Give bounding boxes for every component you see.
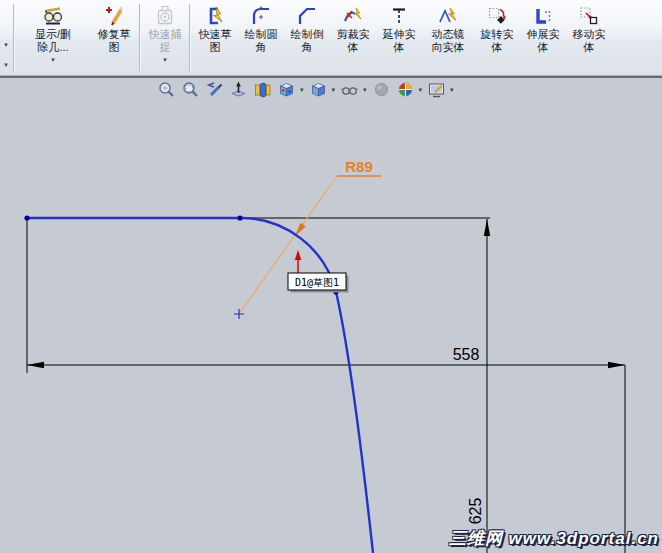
dimension-tooltip-text: D1@草图1 [295,277,339,288]
dynamic-mirror-button[interactable]: 动态镜 向实体 [422,0,474,75]
button-label-line: 绘制圆 [245,28,278,41]
button-label-line: 快速捕 [149,28,182,41]
repair-sketch-icon [103,4,125,28]
shadow-sphere-icon [372,80,391,99]
quick-snaps-button[interactable]: 快速捕 捉 ▾ [142,0,188,75]
rapid-sketch-button[interactable]: 快速草 图 [192,0,238,75]
sketch-chamfer-button[interactable]: 绘制倒 角 [284,0,330,75]
edit-appearance-button[interactable] [395,79,416,100]
sketch-endpoint[interactable] [237,215,242,220]
button-label-line: 延伸实 [383,28,416,41]
button-label-line: 体 [538,41,549,54]
dimension-radius-value[interactable]: R89 [345,158,373,175]
arrowhead-right-icon [608,362,625,368]
display-style-icon [309,80,328,99]
button-label-line: 体 [584,41,595,54]
button-label-line: 体 [394,41,405,54]
move-entities-button[interactable]: 移动实 体 [566,0,612,75]
button-label-line: 向实体 [432,41,465,54]
chevron-down-icon[interactable]: ▾ [51,55,55,64]
display-delete-relations-button[interactable]: 显示/删 除几... ▾ [16,0,90,75]
button-label-line: 图 [109,41,120,54]
sketch-fillet-button[interactable]: 绘制圆 角 [238,0,284,75]
apply-scene-icon [427,80,446,99]
rotate-entities-button[interactable]: 旋转实 体 [474,0,520,75]
extend-entities-button[interactable]: 延伸实 体 [376,0,422,75]
watermark-text: 三维网 www.3dportal.cn [449,527,659,550]
button-label-line: 旋转实 [481,28,514,41]
chevron-down-icon[interactable]: ▾ [300,86,304,94]
toolbar-overflow-button[interactable]: ▾ ▾ [0,0,12,75]
sketch-canvas: 558 625 R89 D1@草图1 [0,78,662,553]
zoom-to-fit-button[interactable] [156,79,177,100]
graphics-area[interactable]: 558 625 R89 D1@草图1 三维网 www.3dportal.cn [0,78,662,553]
chevron-down-icon[interactable]: ▾ [450,86,454,94]
chevron-down-icon[interactable]: ▾ [163,55,167,64]
selection-arrowhead-icon [295,250,301,260]
toolbar-separator [139,4,141,71]
view-orientation-icon [277,80,296,99]
button-label-line: 体 [348,41,359,54]
toolbar-separator [189,4,191,71]
view-orientation-button[interactable] [276,79,297,100]
sketch-profile-curve[interactable] [27,218,373,553]
toolbar-separator [13,4,15,71]
appearance-sphere-icon [396,80,415,99]
chevron-down-icon: ▾ [4,61,8,69]
zoom-to-fit-icon [157,80,176,99]
dimension-height-value[interactable]: 625 [467,498,484,525]
sketch-chamfer-icon [296,4,318,28]
rapid-sketch-icon [204,4,226,28]
section-view-button[interactable] [252,79,273,100]
button-label-line: 修复草 [98,28,131,41]
display-delete-relations-icon [42,4,64,28]
button-label-line: 捉 [160,41,171,54]
dynamic-mirror-icon [437,4,459,28]
eyeglasses-icon [340,80,359,99]
apply-scene-button[interactable] [426,79,447,100]
hide-show-items-button[interactable] [339,79,360,100]
arrowhead-up-icon [484,219,490,236]
display-style-button[interactable] [308,79,329,100]
button-label-line: 伸展实 [527,28,560,41]
dimension-width-value[interactable]: 558 [453,346,480,363]
normal-to-button[interactable] [228,79,249,100]
arrowhead-left-icon [27,362,44,368]
normal-to-icon [229,80,248,99]
chevron-down-icon: ▾ [4,41,8,49]
button-label-line: 除几... [37,41,68,54]
sketch-endpoint[interactable] [24,215,29,220]
button-label-line: 图 [210,41,221,54]
arc-center-point[interactable] [234,309,244,319]
sketch-fillet-icon [250,4,272,28]
chevron-down-icon[interactable]: ▾ [363,86,367,94]
previous-view-button[interactable] [204,79,225,100]
stretch-entities-icon [532,4,554,28]
extend-entities-icon [388,4,410,28]
button-label-line: 角 [302,41,313,54]
button-label-line: 体 [492,41,503,54]
section-view-icon [253,80,272,99]
button-label-line: 动态镜 [432,28,465,41]
previous-view-icon [205,80,224,99]
zoom-to-area-button[interactable] [180,79,201,100]
solidworks-window: ▾ ▾ 显示/删 除几... ▾ [0,0,662,553]
shadows-toggle-button[interactable] [371,79,392,100]
rotate-entities-icon [486,4,508,28]
button-label-line: 快速草 [199,28,232,41]
quick-snaps-icon [154,4,176,28]
sketch-toolbar: ▾ ▾ 显示/删 除几... ▾ [0,0,662,76]
stretch-entities-button[interactable]: 伸展实 体 [520,0,566,75]
repair-sketch-button[interactable]: 修复草 图 [90,0,138,75]
button-label-line: 显示/删 [35,28,71,41]
radius-leader-line[interactable] [239,176,337,314]
trim-entities-icon [342,4,364,28]
heads-up-view-toolbar: ▾ ▾ ▾ [156,79,455,100]
chevron-down-icon[interactable]: ▾ [332,86,336,94]
chevron-down-icon[interactable]: ▾ [419,86,423,94]
button-label-line: 剪裁实 [337,28,370,41]
zoom-to-area-icon [181,80,200,99]
trim-entities-button[interactable]: 剪裁实 体 [330,0,376,75]
button-label-line: 移动实 [573,28,606,41]
move-entities-icon [578,4,600,28]
